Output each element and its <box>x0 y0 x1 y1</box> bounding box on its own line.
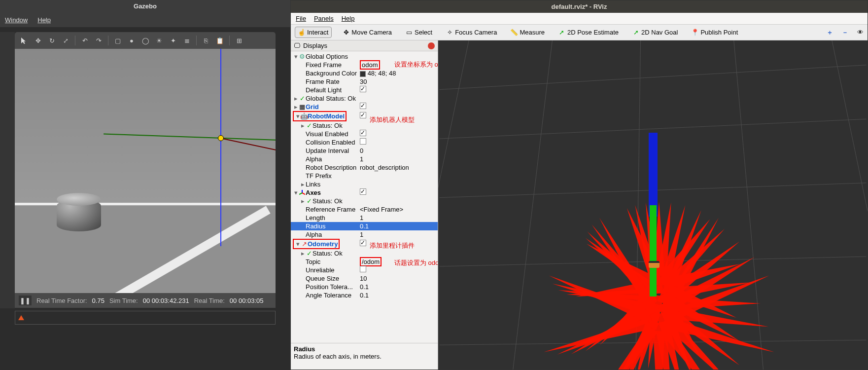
scale-icon[interactable]: ⤢ <box>60 35 71 46</box>
odometry-checkbox[interactable] <box>360 240 366 246</box>
pin-icon: 📍 <box>692 29 698 36</box>
length-value[interactable]: 1 <box>360 214 436 222</box>
publish-point-button[interactable]: 📍Publish Point <box>689 27 741 37</box>
spotlight-icon[interactable]: ✦ <box>168 35 178 46</box>
move-camera-button[interactable]: ✥Move Camera <box>340 27 395 37</box>
default-light-checkbox[interactable] <box>360 86 366 92</box>
copy-icon[interactable]: ⎘ <box>201 35 211 46</box>
caret-icon[interactable]: ▾ <box>295 240 301 248</box>
nav-goal-button[interactable]: ➚2D Nav Goal <box>629 27 681 37</box>
pause-button[interactable]: ❚❚ <box>19 296 32 305</box>
add-icon[interactable]: ＋ <box>827 28 833 37</box>
collision-enabled-checkbox[interactable] <box>360 138 366 145</box>
expand-icon[interactable] <box>18 315 24 320</box>
menu-help[interactable]: Help <box>342 15 355 22</box>
grid-checkbox[interactable] <box>360 103 366 109</box>
box-icon[interactable]: ▢ <box>112 35 123 46</box>
sphere-icon[interactable]: ● <box>126 35 137 46</box>
redo-icon[interactable]: ↷ <box>93 35 104 46</box>
cylinder-model[interactable] <box>57 199 101 231</box>
alpha-value[interactable]: 1 <box>360 155 436 163</box>
visibility-icon[interactable]: 👁 <box>857 29 864 36</box>
bg-color-value[interactable]: 48; 48; 48 <box>368 70 396 77</box>
collision-enabled-label: Collision Enabled <box>306 138 355 147</box>
displays-tree[interactable]: ▾⚙Global Options Fixed Frameodom Backgro… <box>291 51 438 343</box>
snap-icon[interactable]: ⊞ <box>234 35 244 46</box>
caret-icon[interactable]: ▾ <box>293 188 299 197</box>
radius-value[interactable]: 0.1 <box>360 222 436 230</box>
odometry-item[interactable]: Odometry <box>308 240 338 248</box>
pose-estimate-button[interactable]: ➚2D Pose Estimate <box>556 27 622 37</box>
remove-icon[interactable]: － <box>842 28 848 37</box>
robot-model-checkbox[interactable] <box>360 112 366 118</box>
menu-window[interactable]: Window <box>5 16 28 24</box>
axes-checkbox[interactable] <box>360 188 366 195</box>
caret-icon[interactable]: ▸ <box>300 121 306 130</box>
realtime-value: 00 00:03:05 <box>230 297 264 304</box>
frame-rate-label: Frame Rate <box>306 77 340 86</box>
gazebo-3d-viewport[interactable] <box>15 49 276 293</box>
measure-button[interactable]: 📏Measure <box>508 27 548 37</box>
caret-icon[interactable]: ▸ <box>293 94 299 103</box>
menu-panels[interactable]: Panels <box>314 15 334 22</box>
axes-item[interactable]: Axes <box>306 188 321 197</box>
bg-color-label: Background Color <box>306 69 357 77</box>
links-item[interactable]: Links <box>306 180 320 188</box>
dirlight-icon[interactable]: ≣ <box>181 35 192 46</box>
visual-enabled-checkbox[interactable] <box>360 130 366 136</box>
grid-item[interactable]: Grid <box>306 103 319 111</box>
annotation-topic: 话题设置为 odom <box>394 259 438 267</box>
cylinder-icon[interactable]: ◯ <box>140 35 151 46</box>
close-icon[interactable] <box>428 42 435 49</box>
axis-y <box>650 205 657 296</box>
ref-frame-value[interactable]: <Fixed Frame> <box>360 205 436 214</box>
svg-line-1 <box>302 193 305 194</box>
fixed-frame-value[interactable]: odom <box>360 60 380 70</box>
queue-size-value[interactable]: 10 <box>360 274 436 283</box>
check-icon: ✓ <box>306 197 312 205</box>
topic-value[interactable]: /odom <box>360 257 382 266</box>
caret-icon[interactable]: ▸ <box>300 249 306 258</box>
arrow-green-icon: ➚ <box>558 29 565 36</box>
annotation-fixed-frame: 设置坐标系为 odom <box>394 60 434 69</box>
update-interval-value[interactable]: 0 <box>360 147 436 155</box>
menu-help[interactable]: Help <box>37 16 51 24</box>
caret-icon[interactable]: ▾ <box>293 52 299 61</box>
frame-rate-value[interactable]: 30 <box>360 77 436 86</box>
light-icon[interactable]: ☀ <box>154 35 165 46</box>
arrow-green-icon: ➚ <box>632 29 639 36</box>
pointer-icon[interactable] <box>19 35 30 46</box>
select-button[interactable]: ▭Select <box>403 27 435 37</box>
rtf-value: 0.75 <box>92 297 104 304</box>
global-status-item[interactable]: Global Status: Ok <box>306 94 356 103</box>
robot-desc-value[interactable]: robot_description <box>360 163 436 172</box>
topic-label: Topic <box>306 258 320 266</box>
robot-desc-label: Robot Description <box>306 163 356 172</box>
paste-icon[interactable]: 📋 <box>214 35 225 46</box>
undo-icon[interactable]: ↶ <box>79 35 90 46</box>
alpha-label: Alpha <box>306 155 322 163</box>
gazebo-status-bar: ❚❚ Real Time Factor: 0.75 Sim Time: 00 0… <box>15 293 276 308</box>
angle-tol-value[interactable]: 0.1 <box>360 291 436 299</box>
caret-icon[interactable]: ▸ <box>300 180 306 188</box>
color-swatch-icon[interactable] <box>360 71 366 77</box>
global-options-item[interactable]: Global Options <box>306 52 348 61</box>
unreliable-checkbox[interactable] <box>360 266 366 272</box>
pos-tol-value[interactable]: 0.1 <box>360 283 436 291</box>
focus-camera-button[interactable]: ✧Focus Camera <box>443 27 500 37</box>
menu-file[interactable]: File <box>296 15 306 22</box>
annotation-robot-model: 添加机器人模型 <box>370 115 415 124</box>
status-ok: Status: Ok <box>312 197 343 205</box>
caret-icon[interactable]: ▸ <box>300 197 306 205</box>
interact-button[interactable]: ☝Interact <box>295 27 332 38</box>
focus-icon: ✧ <box>446 29 453 36</box>
move-icon[interactable]: ✥ <box>33 35 43 46</box>
alpha2-value[interactable]: 1 <box>360 230 436 239</box>
rotate-icon[interactable]: ↻ <box>46 35 57 46</box>
caret-icon[interactable]: ▸ <box>293 103 299 111</box>
rtf-label: Real Time Factor: <box>36 297 87 304</box>
displays-icon: 🖵 <box>294 42 300 49</box>
robot-model-item[interactable]: RobotModel <box>308 112 345 120</box>
rviz-3d-viewport[interactable] <box>438 40 868 370</box>
annotation-odometry: 添加里程计插件 <box>370 241 415 250</box>
